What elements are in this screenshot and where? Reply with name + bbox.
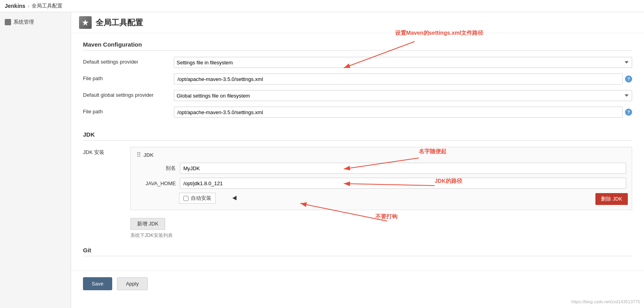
default-global-settings-row: Default global settings provider Global … [83,90,632,101]
page-header: 全局工具配置 [71,12,644,33]
save-button[interactable]: Save [83,277,112,290]
alias-row: 别名 [136,163,626,174]
file-path-input[interactable] [174,73,623,85]
default-settings-select[interactable]: Settings file in filesystem [174,57,632,68]
global-file-path-help-icon[interactable]: ? [625,109,632,116]
add-jdk-button[interactable]: 新增 JDK [130,218,165,230]
jdk-section: JDK JDK 安装 ⠿ JDK 别名 [71,131,644,247]
jenkins-logo: Jenkins [5,3,25,9]
add-jdk-row: 新增 JDK 系统下JDK安装列表 [83,218,632,239]
global-file-path-input[interactable] [174,107,623,118]
git-section-title: Git [83,247,632,256]
default-global-settings-select[interactable]: Global settings file on filesystem [174,90,632,101]
jdk-section-title: JDK [83,131,632,141]
file-path-control: ? [174,73,632,85]
main-content: 全局工具配置 Maven Configuration Default setti… [71,12,644,308]
default-settings-control: Settings file in filesystem [174,57,632,68]
jdk-install-block: JDK 安装 ⠿ JDK 别名 JAVA_HOM [83,147,632,210]
java-home-row: JAVA_HOME [136,178,626,189]
page-title: 全局工具配置 [96,17,143,28]
file-path-row: File path ? [83,73,632,85]
bottom-buttons: Save Apply [71,270,644,297]
file-path-label: File path [83,73,170,81]
sidebar: 系统管理 [0,12,71,308]
default-global-settings-control: Global settings file on filesystem [174,90,632,101]
sidebar-item-system-admin[interactable]: 系统管理 [0,16,71,28]
global-file-path-label: File path [83,107,170,115]
default-settings-label: Default settings provider [83,57,170,65]
java-home-input[interactable] [180,178,626,189]
maven-config-section: Maven Configuration Default settings pro… [71,33,644,131]
sidebar-item-label: 系统管理 [13,19,34,26]
apply-button[interactable]: Apply [117,277,148,290]
global-file-path-row: File path ? [83,107,632,118]
auto-install-row: 自动安装 ? [136,193,626,204]
default-settings-row: Default settings provider Settings file … [83,57,632,68]
jdk-list-label: 系统下JDK安装列表 [130,232,632,239]
drag-handle-icon: ⠿ [136,151,141,159]
breadcrumb-item[interactable]: 全局工具配置 [32,2,62,9]
java-home-label: JAVA_HOME [136,180,176,186]
maven-section-title: Maven Configuration [83,41,632,51]
breadcrumb-sep: › [28,3,29,9]
tools-icon [79,16,92,29]
alias-label: 别名 [136,165,176,172]
auto-install-wrap: 自动安装 [179,193,216,204]
jdk-config-title: ⠿ JDK [136,151,626,159]
alias-input[interactable] [180,163,626,174]
global-file-path-control: ? [174,107,632,118]
jdk-install-label: JDK 安装 [83,147,122,156]
default-global-settings-label: Default global settings provider [83,90,170,98]
auto-install-label: 自动安装 [191,195,211,202]
jdk-config-block: ⠿ JDK 别名 JAVA_HOME [130,147,632,210]
delete-jdk-button[interactable]: 删除 JDK [595,193,628,205]
url-credit: https://blog.csdn.net/zxd143513775 [571,299,640,304]
git-section: Git [71,247,644,270]
gear-icon [5,19,11,25]
file-path-help-icon[interactable]: ? [625,75,632,83]
auto-install-checkbox[interactable] [183,196,188,201]
